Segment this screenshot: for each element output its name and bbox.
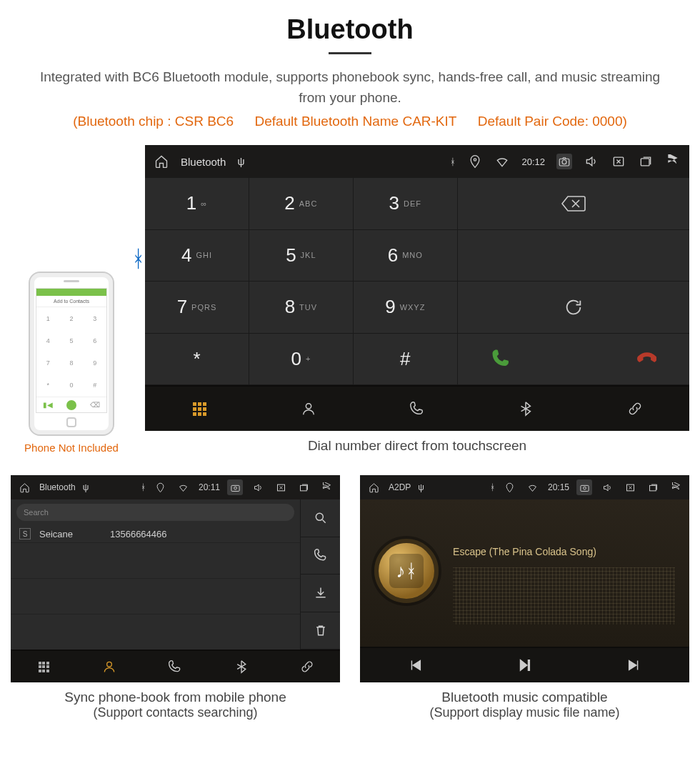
key-3[interactable]: 3DEF bbox=[354, 178, 458, 230]
location-icon bbox=[153, 479, 169, 495]
tab-pair[interactable] bbox=[299, 659, 315, 675]
tab-contacts[interactable] bbox=[101, 659, 117, 675]
tab-bluetooth[interactable] bbox=[518, 401, 534, 417]
tab-pair[interactable] bbox=[627, 401, 643, 417]
play-pause-button[interactable] bbox=[516, 657, 532, 673]
tab-dialpad[interactable] bbox=[36, 659, 51, 675]
refresh-button[interactable] bbox=[458, 282, 689, 334]
back-icon[interactable] bbox=[668, 479, 684, 495]
usb-icon: ψ bbox=[418, 482, 424, 492]
bluetooth-hints: (Bluetooth chip : CSR BC6 Default Blueto… bbox=[11, 114, 689, 129]
tab-bluetooth[interactable] bbox=[234, 659, 249, 675]
svg-point-5 bbox=[306, 404, 311, 409]
svg-rect-4 bbox=[641, 159, 649, 166]
close-app-icon[interactable] bbox=[611, 154, 626, 169]
bottom-nav bbox=[11, 650, 340, 682]
home-icon[interactable] bbox=[154, 154, 169, 169]
hint-code: Default Pair Code: 0000) bbox=[478, 114, 627, 129]
svg-point-0 bbox=[474, 159, 476, 161]
tab-calllog[interactable] bbox=[167, 659, 183, 675]
side-search-icon[interactable] bbox=[301, 499, 340, 537]
tab-contacts[interactable] bbox=[301, 401, 316, 417]
backspace-button[interactable] bbox=[458, 178, 689, 230]
key-1[interactable]: 1∞ bbox=[145, 178, 249, 230]
bluetooth-status-icon: ᚼ bbox=[141, 482, 146, 492]
bluetooth-icon: ᚼ)) bbox=[131, 246, 145, 272]
clock: 20:11 bbox=[199, 482, 220, 492]
contact-number: 13566664466 bbox=[110, 529, 167, 539]
camera-icon[interactable] bbox=[556, 154, 572, 169]
bluetooth-status-icon: ᚼ bbox=[450, 156, 456, 167]
wifi-icon bbox=[176, 479, 191, 495]
page-subtitle: Integrated with BC6 Bluetooth module, su… bbox=[36, 67, 664, 108]
svg-rect-15 bbox=[649, 485, 656, 491]
wifi-icon bbox=[525, 479, 541, 495]
call-button[interactable] bbox=[458, 348, 545, 369]
prev-button[interactable] bbox=[407, 657, 423, 673]
svg-point-11 bbox=[107, 662, 112, 667]
wifi-icon bbox=[494, 154, 510, 169]
key-6[interactable]: 6MNO bbox=[354, 230, 458, 282]
svg-point-10 bbox=[316, 513, 323, 520]
contact-name: Seicane bbox=[39, 529, 73, 539]
video-icon: ▮◀ bbox=[43, 401, 53, 409]
close-app-icon[interactable] bbox=[273, 479, 289, 495]
contact-row[interactable]: S Seicane 13566664466 bbox=[11, 525, 300, 543]
side-call-icon[interactable] bbox=[301, 537, 340, 575]
page-title: Bluetooth bbox=[11, 14, 689, 45]
recents-icon[interactable] bbox=[296, 479, 311, 495]
usb-icon: ψ bbox=[83, 482, 89, 492]
topbar-title: A2DP bbox=[389, 482, 411, 492]
side-download-icon[interactable] bbox=[301, 574, 340, 612]
key-2[interactable]: 2ABC bbox=[249, 178, 354, 230]
close-app-icon[interactable] bbox=[622, 479, 638, 495]
home-icon[interactable] bbox=[366, 479, 381, 495]
svg-point-13 bbox=[583, 487, 586, 489]
key-0[interactable]: 0+ bbox=[249, 334, 354, 386]
volume-icon[interactable] bbox=[584, 154, 599, 169]
hangup-button[interactable] bbox=[602, 348, 689, 369]
key-9[interactable]: 9WXYZ bbox=[354, 282, 458, 334]
home-icon[interactable] bbox=[16, 479, 32, 495]
key-star[interactable]: * bbox=[145, 334, 249, 386]
search-input[interactable]: Search bbox=[16, 504, 294, 521]
key-5[interactable]: 5JKL bbox=[249, 230, 354, 282]
volume-icon[interactable] bbox=[599, 479, 615, 495]
dialpad: 1∞ 2ABC 3DEF 4GHI 5JKL 6MNO 7PQRS 8TUV 9… bbox=[145, 178, 458, 385]
bottom-nav bbox=[145, 385, 689, 431]
key-7[interactable]: 7PQRS bbox=[145, 282, 249, 334]
side-delete-icon[interactable] bbox=[301, 612, 340, 650]
call-icon bbox=[66, 400, 76, 410]
back-icon[interactable] bbox=[319, 479, 334, 495]
music-bluetooth-icon: ♪ᚼ bbox=[389, 554, 424, 588]
status-bar: Bluetooth ψ ᚼ 20:11 bbox=[11, 475, 340, 499]
tab-dialpad[interactable] bbox=[191, 401, 207, 417]
key-4[interactable]: 4GHI bbox=[145, 230, 249, 282]
key-hash[interactable]: # bbox=[354, 334, 458, 386]
recents-icon[interactable] bbox=[645, 479, 661, 495]
camera-icon[interactable] bbox=[227, 479, 243, 495]
volume-icon[interactable] bbox=[250, 479, 266, 495]
status-bar: A2DP ψ ᚼ 20:15 bbox=[360, 475, 689, 499]
hint-chip: (Bluetooth chip : CSR BC6 bbox=[73, 114, 234, 129]
hint-name: Default Bluetooth Name CAR-KIT bbox=[254, 114, 456, 129]
phone-illustration: Add to Contacts 123 456 789 *0# ▮◀ ⌫ bbox=[29, 272, 114, 436]
equalizer bbox=[453, 567, 675, 625]
music-caption: Bluetooth music compatible (Support disp… bbox=[360, 690, 689, 720]
phone-dialpad: 123 456 789 *0# bbox=[36, 307, 106, 397]
back-icon[interactable] bbox=[665, 154, 681, 169]
title-underline bbox=[329, 52, 371, 54]
recents-icon[interactable] bbox=[638, 154, 654, 169]
track-title: Escape (The Pina Colada Song) bbox=[453, 546, 596, 557]
key-8[interactable]: 8TUV bbox=[249, 282, 354, 334]
svg-point-7 bbox=[234, 487, 236, 489]
phone-not-included: Phone Not Included bbox=[11, 442, 132, 454]
next-button[interactable] bbox=[626, 657, 642, 673]
bluetooth-status-icon: ᚼ bbox=[490, 482, 495, 492]
tab-calllog[interactable] bbox=[409, 401, 425, 417]
backspace-icon: ⌫ bbox=[90, 401, 100, 409]
camera-icon[interactable] bbox=[576, 479, 592, 495]
phonebook-screen: Bluetooth ψ ᚼ 20:11 Search bbox=[11, 475, 340, 682]
location-icon bbox=[467, 154, 483, 169]
clock: 20:12 bbox=[521, 156, 545, 167]
